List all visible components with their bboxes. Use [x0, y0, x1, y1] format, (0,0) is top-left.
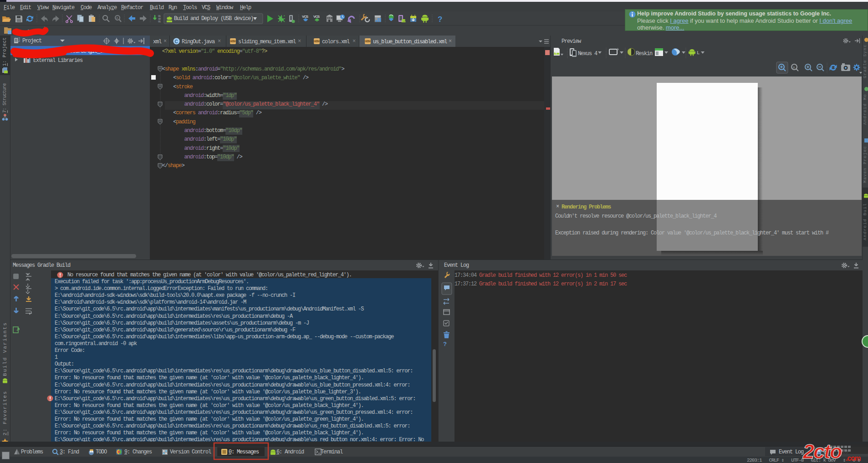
svg-text:<?>: <?> — [231, 40, 235, 43]
svg-text:1:1: 1:1 — [792, 66, 796, 69]
svg-text:01: 01 — [158, 20, 161, 23]
svg-text:L: L — [697, 50, 700, 56]
svg-text:VCS: VCS — [302, 15, 309, 19]
svg-text:A: A — [116, 16, 118, 20]
svg-text:-- - .: -- - . — [27, 27, 41, 31]
svg-text:?: ? — [13, 337, 16, 339]
svg-text:<?>: <?> — [315, 40, 319, 43]
svg-text:VCS: VCS — [313, 15, 320, 19]
svg-text:<?>: <?> — [366, 40, 370, 43]
svg-text:?: ? — [443, 341, 447, 347]
svg-text:C: C — [175, 39, 178, 44]
svg-text:?: ? — [438, 15, 442, 24]
